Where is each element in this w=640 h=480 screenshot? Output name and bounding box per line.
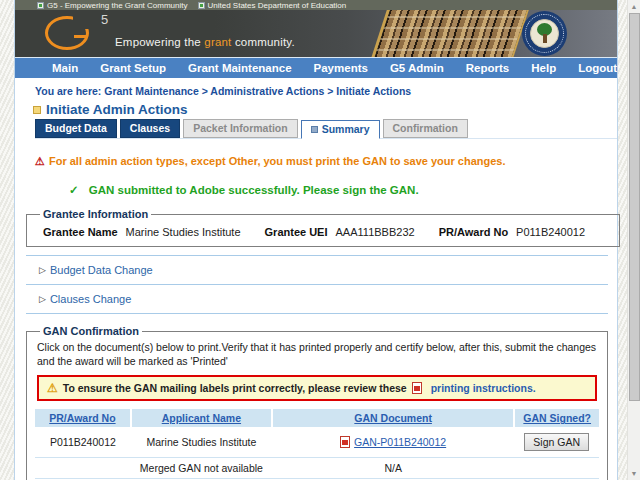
printing-alert-box: ⚠ To ensure the GAN mailing labels print…: [37, 375, 597, 401]
clauses-change-section[interactable]: ▷ Clauses Change: [39, 293, 617, 305]
seal-tree-emblem: [530, 19, 559, 48]
tab-summary-label: Summary: [322, 123, 370, 135]
nav-item-grant-maintenance[interactable]: Grant Maintenance: [177, 62, 303, 74]
nav-item-payments[interactable]: Payments: [303, 62, 379, 74]
cell-merged-gan: Merged GAN not available: [131, 458, 272, 479]
tab-summary[interactable]: Summary: [301, 120, 380, 139]
nav-item-main[interactable]: Main: [41, 62, 89, 74]
alert-text: To ensure the GAN mailing labels print c…: [63, 382, 407, 394]
cell-gan-document: GAN-P011B240012: [272, 427, 515, 458]
summary-tab-icon: [311, 126, 318, 133]
grantee-information-legend: Grantee Information: [40, 208, 151, 220]
nav-item-grant-setup[interactable]: Grant Setup: [89, 62, 177, 74]
tab-packet-information: Packet Information: [183, 119, 298, 138]
warning-icon: ⚠: [35, 155, 45, 167]
col-header-gan-signed[interactable]: GAN Signed?: [514, 409, 599, 427]
grantee-name-value: Marine Studies Institute: [126, 226, 241, 238]
cell-applicant-name: Marine Studies Institute: [131, 427, 272, 458]
divider: [26, 284, 608, 285]
sign-gan-button[interactable]: Sign GAN: [524, 433, 589, 451]
grantee-uei-label: Grantee UEI: [265, 226, 328, 238]
divider: [26, 255, 608, 256]
success-message: GAN submitted to Adobe successfully. Ple…: [89, 184, 419, 196]
col-header-applicant-name[interactable]: Applicant Name: [131, 409, 272, 427]
warning-message-row: ⚠ For all admin action types, except Oth…: [35, 155, 617, 168]
col-header-gan-document[interactable]: GAN Document: [272, 409, 515, 427]
gan-document-link[interactable]: GAN-P011B240012: [354, 436, 446, 448]
cell-gan-document-na: N/A: [272, 458, 515, 479]
screen: G5 - Empowering the Grant Community Unit…: [0, 0, 640, 480]
tagline-grant: grant: [204, 36, 231, 48]
pdf-icon: [412, 382, 422, 394]
banner: 5 Empowering the grant community.: [15, 10, 617, 57]
cell-pr-award: [35, 458, 131, 479]
gan-confirmation-legend: GAN Confirmation: [40, 325, 142, 337]
browser-title-strip: G5 - Empowering the Grant Community Unit…: [15, 0, 617, 10]
nav-item-reports[interactable]: Reports: [455, 62, 520, 74]
tagline-post: community.: [232, 36, 295, 48]
scrollbar[interactable]: ▲ ▼: [627, 0, 640, 480]
grantee-information-section: Grantee Information Grantee NameMarine S…: [26, 208, 620, 247]
tagline: Empowering the grant community.: [115, 36, 295, 48]
window-title-g5: G5 - Empowering the Grant Community: [37, 1, 188, 10]
pr-award-label: PR/Award No: [439, 226, 508, 238]
scrollbar-thumb[interactable]: [629, 13, 640, 401]
gan-instructions: Click on the document(s) below to print.…: [35, 337, 599, 368]
grantee-name-label: Grantee Name: [43, 226, 118, 238]
g5-app-window: G5 - Empowering the Grant Community Unit…: [14, 0, 618, 480]
g5-logo-5: 5: [101, 12, 108, 27]
table-row: Merged GAN not available N/A: [35, 458, 599, 479]
alert-warning-icon: ⚠: [47, 381, 58, 395]
g5-logo: 5: [45, 14, 125, 54]
gan-table: PR/Award No Applicant Name GAN Document …: [35, 409, 599, 479]
g5-logo-g-icon: [45, 16, 89, 50]
divider: [26, 313, 608, 314]
grantee-info-row: Grantee NameMarine Studies InstituteGran…: [35, 222, 611, 239]
success-message-row: ✓ GAN submitted to Adobe successfully. P…: [69, 183, 617, 197]
nav-item-logout[interactable]: Logout: [567, 62, 628, 74]
bullet-icon: [33, 106, 41, 114]
tab-budget-data[interactable]: Budget Data: [35, 119, 117, 138]
cell-pr-award: P011B240012: [35, 427, 131, 458]
table-row: P011B240012 Marine Studies Institute GAN…: [35, 427, 599, 458]
breadcrumb-path[interactable]: Grant Maintenance > Administrative Actio…: [104, 85, 411, 97]
pdf-icon: [340, 436, 350, 448]
cell-gan-signed: [514, 458, 599, 479]
gan-confirmation-section: GAN Confirmation Click on the document(s…: [26, 325, 608, 480]
tab-confirmation: Confirmation: [383, 119, 468, 138]
checkmark-icon: ✓: [69, 184, 79, 196]
broken-image-icon: [37, 2, 44, 9]
collapse-arrow-icon: ▷: [39, 265, 46, 275]
bookshelf-image: [371, 10, 530, 57]
col-header-pr-award[interactable]: PR/Award No: [35, 409, 131, 427]
collapse-arrow-icon: ▷: [39, 294, 46, 304]
tagline-pre: Empowering the: [115, 36, 204, 48]
nav-item-help[interactable]: Help: [520, 62, 567, 74]
budget-data-change-label: Budget Data Change: [50, 264, 153, 276]
dept-of-education-seal: [522, 11, 567, 56]
scroll-down-icon[interactable]: ▼: [628, 467, 640, 480]
page-title-row: Initiate Admin Actions: [33, 102, 617, 117]
cell-gan-signed: Sign GAN: [514, 427, 599, 458]
main-nav: Main Grant Setup Grant Maintenance Payme…: [15, 57, 617, 78]
window-title-g5-label: G5 - Empowering the Grant Community: [47, 1, 188, 10]
nav-item-g5-admin[interactable]: G5 Admin: [379, 62, 455, 74]
scroll-up-icon[interactable]: ▲: [628, 0, 640, 13]
warning-message: For all admin action types, except Other…: [49, 155, 506, 167]
tab-bar: Budget Data Clauses Packet Information S…: [35, 120, 617, 139]
clauses-change-label: Clauses Change: [50, 293, 131, 305]
window-title-ed-label: United States Department of Education: [208, 1, 347, 10]
broken-image-icon: [198, 2, 205, 9]
tab-clauses[interactable]: Clauses: [120, 119, 180, 138]
table-header-row: PR/Award No Applicant Name GAN Document …: [35, 409, 599, 427]
budget-data-change-section[interactable]: ▷ Budget Data Change: [39, 264, 617, 276]
printing-instructions-link[interactable]: printing instructions.: [431, 382, 536, 394]
pr-award-value: P011B240012: [516, 226, 585, 238]
breadcrumb-prefix: You are here:: [35, 85, 101, 97]
grantee-uei-value: AAA111BBB232: [336, 226, 415, 238]
breadcrumb: You are here: Grant Maintenance > Admini…: [35, 85, 617, 97]
page-title: Initiate Admin Actions: [46, 102, 188, 117]
window-title-ed: United States Department of Education: [198, 1, 347, 10]
